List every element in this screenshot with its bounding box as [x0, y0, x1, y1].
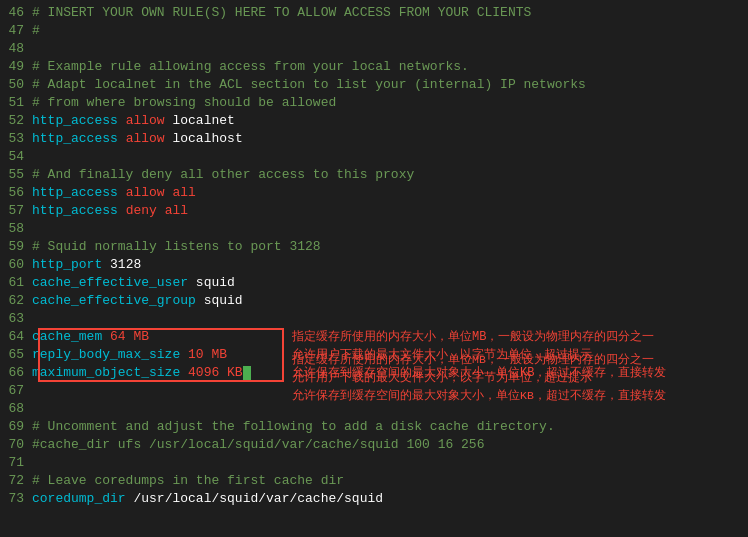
line-50: 50 # Adapt localnet in the ACL section t…: [0, 76, 748, 94]
line-70: 70 #cache_dir ufs /usr/local/squid/var/c…: [0, 436, 748, 454]
line-53: 53 http_access allow localhost: [0, 130, 748, 148]
line-51: 51 # from where browsing should be allow…: [0, 94, 748, 112]
code-editor: 46 # INSERT YOUR OWN RULE(S) HERE TO ALL…: [0, 0, 748, 512]
line-49: 49 # Example rule allowing access from y…: [0, 58, 748, 76]
line-72: 72 # Leave coredumps in the first cache …: [0, 472, 748, 490]
line-71: 71: [0, 454, 748, 472]
line-60: 60 http_port 3128: [0, 256, 748, 274]
annotation-65: 允许用户下载的最大文件大小，以字节为单位，超过提示: [292, 346, 592, 364]
line-52: 52 http_access allow localnet: [0, 112, 748, 130]
line-48: 48: [0, 40, 748, 58]
line-73: 73 coredump_dir /usr/local/squid/var/cac…: [0, 490, 748, 508]
line-66: 66 maximum_object_size 4096 KB 允许保存到缓存空间…: [0, 364, 748, 382]
line-47: 47 #: [0, 22, 748, 40]
line-57: 57 http_access deny all: [0, 202, 748, 220]
annotation-66: 允许保存到缓存空间的最大对象大小，单位KB，超过不缓存，直接转发: [292, 364, 666, 382]
line-64: 64 cache_mem 64 MB 指定缓存所使用的内存大小，单位MB，一般设…: [0, 328, 748, 346]
line-69: 69 # Uncomment and adjust the following …: [0, 418, 748, 436]
line-67: 67: [0, 382, 748, 400]
line-65: 65 reply_body_max_size 10 MB 允许用户下载的最大文件…: [0, 346, 748, 364]
annotation-64: 指定缓存所使用的内存大小，单位MB，一般设为物理内存的四分之一: [292, 328, 654, 346]
line-46: 46 # INSERT YOUR OWN RULE(S) HERE TO ALL…: [0, 4, 748, 22]
line-55: 55 # And finally deny all other access t…: [0, 166, 748, 184]
line-59: 59 # Squid normally listens to port 3128: [0, 238, 748, 256]
line-63: 63: [0, 310, 748, 328]
line-62: 62 cache_effective_group squid: [0, 292, 748, 310]
line-68: 68: [0, 400, 748, 418]
line-56: 56 http_access allow all: [0, 184, 748, 202]
text-cursor: [243, 366, 251, 380]
line-54: 54: [0, 148, 748, 166]
line-58: 58: [0, 220, 748, 238]
line-61: 61 cache_effective_user squid: [0, 274, 748, 292]
highlighted-block: 64 cache_mem 64 MB 指定缓存所使用的内存大小，单位MB，一般设…: [0, 328, 748, 382]
